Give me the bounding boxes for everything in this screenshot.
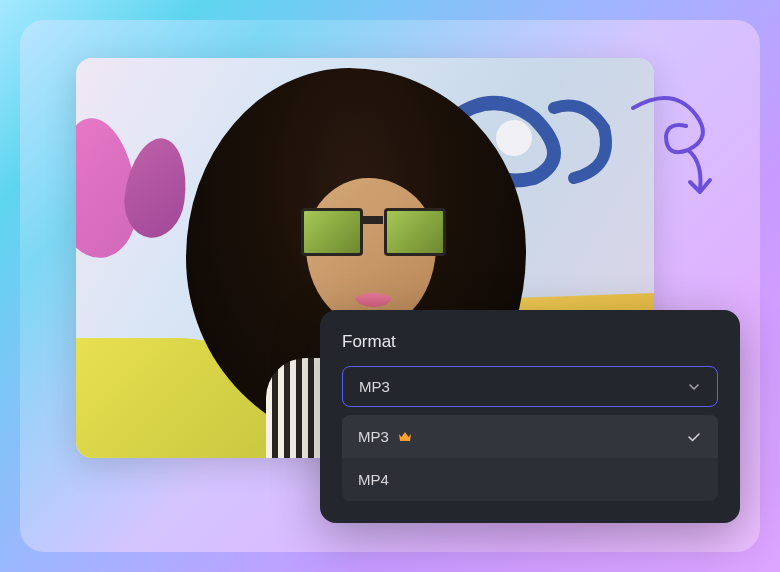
- checkmark-icon: [686, 429, 702, 445]
- content-wrapper: Format MP3 MP3 MP4: [20, 20, 760, 552]
- format-select-value: MP3: [359, 378, 390, 395]
- format-option-mp4[interactable]: MP4: [342, 458, 718, 501]
- format-panel: Format MP3 MP3 MP4: [320, 310, 740, 523]
- format-dropdown-list: MP3 MP4: [342, 415, 718, 501]
- format-option-mp3[interactable]: MP3: [342, 415, 718, 458]
- format-option-label: MP4: [358, 471, 389, 488]
- format-label: Format: [342, 332, 718, 352]
- format-select[interactable]: MP3: [342, 366, 718, 407]
- crown-icon: [397, 429, 413, 445]
- format-option-label: MP3: [358, 428, 389, 445]
- chevron-down-icon: [687, 380, 701, 394]
- arrow-decoration-icon: [618, 90, 728, 210]
